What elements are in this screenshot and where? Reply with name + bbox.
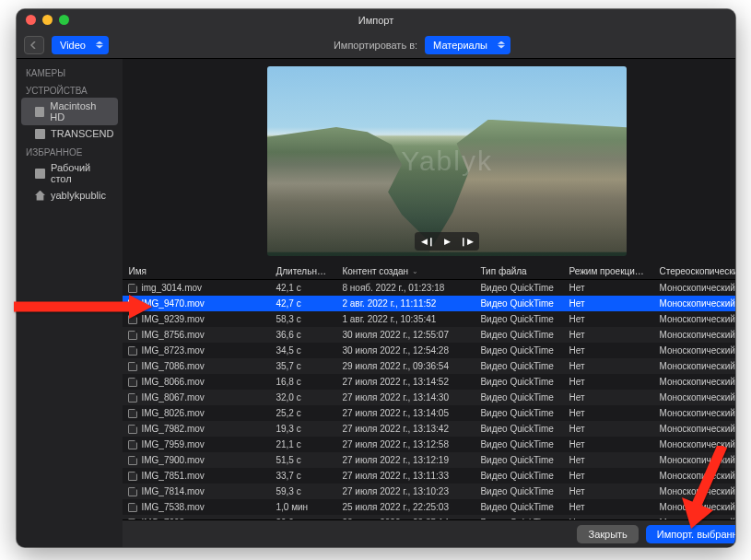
- import-to-value: Материалы: [433, 40, 487, 51]
- col-projection[interactable]: Режим проекции 360°: [563, 266, 653, 276]
- cell-proj: Нет: [563, 361, 653, 371]
- file-icon: [128, 362, 137, 371]
- sidebar-item[interactable]: Macintosh HD: [21, 98, 118, 125]
- cell-dur: 36,6 с: [270, 330, 336, 340]
- file-icon: [128, 409, 137, 418]
- cell-proj: Нет: [563, 314, 653, 324]
- file-icon: [128, 487, 137, 496]
- minimize-icon[interactable]: [42, 15, 53, 25]
- cell-stereo: Моноскопический: [653, 330, 735, 340]
- table-row[interactable]: IMG_7086.mov35,7 с29 июля 2022 г., 09:36…: [123, 358, 735, 374]
- sidebar-item-label: TRANSCEND: [51, 128, 113, 139]
- sidebar-item[interactable]: TRANSCEND: [17, 125, 123, 142]
- cell-dur: 25,2 с: [270, 408, 336, 418]
- maximize-icon[interactable]: [59, 15, 69, 25]
- close-icon[interactable]: [26, 15, 36, 25]
- cell-dur: 1,0 мин: [270, 502, 336, 512]
- table-row[interactable]: IMG_7982.mov19,3 с27 июля 2022 г., 13:13…: [123, 421, 735, 437]
- import-to-label: Импортировать в:: [334, 40, 417, 51]
- file-icon: [128, 425, 137, 434]
- cell-date: 30 июля 2022 г., 12:54:28: [336, 345, 475, 356]
- table-row[interactable]: IMG_8723.mov34,5 с30 июля 2022 г., 12:54…: [123, 343, 735, 358]
- file-icon: [128, 331, 137, 340]
- table-row[interactable]: IMG_9470.mov42,7 с2 авг. 2022 г., 11:11:…: [123, 296, 735, 311]
- window-title: Импорт: [358, 15, 393, 26]
- cell-stereo: Моноскопический: [653, 298, 735, 309]
- cell-date: 27 июля 2022 г., 13:13:42: [336, 424, 475, 434]
- cell-proj: Нет: [563, 471, 653, 481]
- cell-type: Видео QuickTime: [475, 283, 563, 293]
- cell-proj: Нет: [563, 486, 653, 496]
- cell-proj: Нет: [563, 408, 653, 418]
- cell-stereo: Моноскопический: [653, 314, 735, 324]
- table-row[interactable]: IMG_7900.mov51,5 с27 июля 2022 г., 13:12…: [123, 452, 735, 468]
- cell-dur: 59,3 с: [270, 486, 336, 496]
- preview-area: Yablyk ◀❙ ▶ ❙▶: [123, 59, 735, 263]
- file-icon: [128, 440, 137, 449]
- cell-type: Видео QuickTime: [475, 502, 563, 512]
- import-window: Импорт Video Импортировать в: Материалы …: [17, 9, 735, 547]
- table-row[interactable]: IMG_7959.mov21,1 с27 июля 2022 г., 13:12…: [123, 437, 735, 452]
- back-button[interactable]: [24, 36, 44, 54]
- col-created[interactable]: Контент создан⌄: [336, 266, 475, 276]
- drive-icon: [35, 107, 44, 117]
- sort-desc-icon: ⌄: [412, 267, 418, 275]
- close-button[interactable]: Закрыть: [577, 525, 638, 543]
- cell-date: 1 авг. 2022 г., 10:35:41: [336, 314, 475, 324]
- table-row[interactable]: IMG_8067.mov32,0 с27 июля 2022 г., 13:14…: [123, 390, 735, 405]
- table-row[interactable]: IMG_9239.mov58,3 с1 авг. 2022 г., 10:35:…: [123, 311, 735, 327]
- cell-proj: Нет: [563, 298, 653, 309]
- file-icon: [128, 378, 137, 387]
- cell-stereo: Моноскопический: [653, 424, 735, 434]
- cell-type: Видео QuickTime: [475, 314, 563, 324]
- table-row[interactable]: IMG_8026.mov25,2 с27 июля 2022 г., 13:14…: [123, 405, 735, 421]
- playback-controls: ◀❙ ▶ ❙▶: [415, 232, 479, 251]
- sidebar-item[interactable]: Рабочий стол: [17, 159, 123, 187]
- table-row[interactable]: IMG_8756.mov36,6 с30 июля 2022 г., 12:55…: [123, 327, 735, 343]
- cell-dur: 42,1 с: [270, 283, 336, 293]
- cell-date: 25 июля 2022 г., 22:25:03: [336, 502, 475, 512]
- table-row[interactable]: IMG_7538.mov1,0 мин25 июля 2022 г., 22:2…: [123, 499, 735, 515]
- file-icon: [128, 284, 137, 293]
- prev-frame-icon[interactable]: ◀❙: [421, 237, 435, 246]
- col-filetype[interactable]: Тип файла: [475, 266, 563, 276]
- col-stereo[interactable]: Стереоскопический ре…: [653, 266, 735, 276]
- toolbar: Video Импортировать в: Материалы: [17, 31, 735, 59]
- cell-type: Видео QuickTime: [475, 439, 563, 449]
- media-type-value: Video: [60, 40, 86, 51]
- desktop-icon: [35, 169, 45, 179]
- play-icon[interactable]: ▶: [444, 237, 451, 246]
- cell-type: Видео QuickTime: [475, 345, 563, 356]
- next-frame-icon[interactable]: ❙▶: [460, 237, 474, 246]
- preview-thumbnail[interactable]: Yablyk ◀❙ ▶ ❙▶: [267, 66, 627, 256]
- cell-dur: 16,8 с: [270, 377, 336, 387]
- sidebar-item-label: yablykpublic: [51, 190, 106, 201]
- file-icon: [128, 346, 137, 356]
- cell-type: Видео QuickTime: [475, 486, 563, 496]
- import-to-select[interactable]: Материалы: [425, 36, 510, 54]
- table-row[interactable]: img_3014.mov42,1 с8 нояб. 2022 г., 01:23…: [123, 280, 735, 296]
- cell-proj: Нет: [563, 330, 653, 340]
- media-type-select[interactable]: Video: [52, 36, 109, 54]
- chevron-left-icon: [30, 41, 38, 49]
- col-name[interactable]: Имя: [123, 266, 270, 276]
- cell-dur: 21,1 с: [270, 439, 336, 449]
- cell-type: Видео QuickTime: [475, 298, 563, 309]
- file-icon: [128, 393, 137, 402]
- cell-stereo: Моноскопический: [653, 283, 735, 293]
- file-name: IMG_8756.mov: [141, 330, 204, 340]
- sidebar-item[interactable]: yablykpublic: [17, 187, 123, 204]
- table-row[interactable]: IMG_7851.mov33,7 с27 июля 2022 г., 13:11…: [123, 468, 735, 484]
- file-icon: [128, 519, 137, 520]
- file-name: IMG_8026.mov: [141, 408, 204, 418]
- file-icon: [128, 472, 137, 481]
- file-name: img_3014.mov: [141, 283, 202, 293]
- col-duration[interactable]: Длительност…: [270, 266, 336, 276]
- cell-proj: Нет: [563, 283, 653, 293]
- home-icon: [35, 191, 45, 201]
- cell-date: 27 июля 2022 г., 13:14:30: [336, 392, 475, 402]
- table-row[interactable]: IMG_8066.mov16,8 с27 июля 2022 г., 13:14…: [123, 374, 735, 390]
- cell-proj: Нет: [563, 392, 653, 402]
- table-row[interactable]: IMG_7814.mov59,3 с27 июля 2022 г., 13:10…: [123, 484, 735, 499]
- cell-proj: Нет: [563, 377, 653, 387]
